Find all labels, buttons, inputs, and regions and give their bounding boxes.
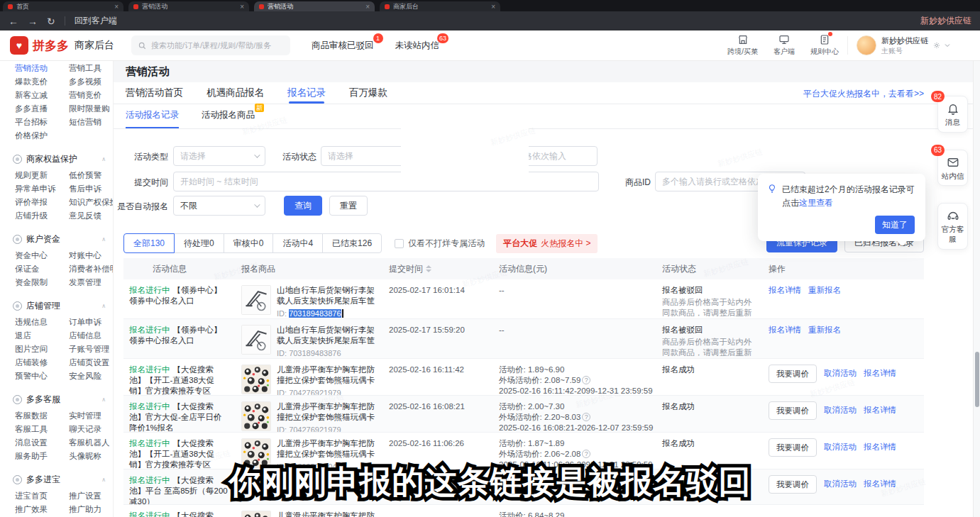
sidebar-item[interactable]: 意见反馈 bbox=[69, 209, 113, 223]
sidebar-item[interactable]: 保证金 bbox=[15, 262, 69, 276]
query-button[interactable]: 查询 bbox=[284, 196, 322, 216]
activity-status-select[interactable]: 请选择 bbox=[321, 146, 413, 166]
sidebar-item[interactable]: 对账中心 bbox=[69, 249, 113, 262]
main-tab[interactable]: 百万爆款 bbox=[349, 82, 387, 104]
header-quick-link[interactable]: 跨境/买菜 bbox=[727, 34, 758, 57]
browser-tab[interactable]: 商家后台× bbox=[380, 1, 500, 11]
main-tab[interactable]: 报名记录 bbox=[287, 82, 326, 104]
forward-icon[interactable]: → bbox=[28, 16, 38, 26]
sidebar-item[interactable]: 营销活动 bbox=[15, 62, 69, 75]
sidebar-item[interactable]: 新客立减 bbox=[15, 89, 69, 102]
sidebar-item[interactable]: 子账号管理 bbox=[69, 343, 113, 356]
search-input[interactable] bbox=[151, 41, 284, 50]
sidebar-item[interactable]: 短信营销 bbox=[69, 116, 113, 129]
product-thumbnail[interactable] bbox=[241, 325, 271, 355]
sidebar-item[interactable]: 资金中心 bbox=[15, 249, 69, 262]
chevron-down-icon[interactable] bbox=[943, 41, 952, 50]
status-filter-tab[interactable]: 活动中4 bbox=[272, 233, 323, 253]
main-tab[interactable]: 营销活动首页 bbox=[126, 82, 183, 104]
sidebar-item[interactable]: 实时管理 bbox=[69, 409, 113, 423]
sidebar-item[interactable]: 店铺装修 bbox=[15, 356, 69, 369]
action-link[interactable]: 重新报名 bbox=[808, 285, 841, 296]
main-tab[interactable]: 机遇商品报名 bbox=[207, 82, 264, 104]
reset-button[interactable]: 重置 bbox=[329, 196, 368, 216]
back-icon[interactable]: ← bbox=[9, 16, 18, 26]
sidebar-item[interactable]: 店铺页设置 bbox=[69, 356, 113, 369]
product-title[interactable]: 儿童滑步平衡车护胸车把防撞把立保护套饰熊猫玩偶卡通公仔把手装 bbox=[277, 511, 376, 517]
sidebar-item[interactable]: 客服机器人 bbox=[69, 436, 113, 450]
sidebar-item[interactable]: 推广设置 bbox=[69, 489, 113, 503]
adjust-price-button[interactable]: 我要调价 bbox=[769, 401, 817, 420]
browser-profile-label[interactable]: 新妙妙供应链 bbox=[920, 15, 971, 27]
action-link[interactable]: 取消活动 bbox=[824, 368, 857, 379]
action-link[interactable]: 报名详情 bbox=[769, 325, 801, 335]
sidebar-item[interactable]: 多多视频 bbox=[69, 75, 113, 89]
special-activity-checkbox[interactable]: 仅看不打烊专属活动 bbox=[395, 238, 485, 250]
sidebar-item[interactable]: 消息设置 bbox=[15, 436, 69, 450]
reload-icon[interactable]: ↻ bbox=[47, 16, 55, 26]
address-text[interactable]: 回到客户端 bbox=[75, 15, 117, 27]
account-info[interactable]: 新妙妙供应链 主账号 bbox=[881, 35, 928, 55]
product-thumbnail[interactable] bbox=[241, 365, 271, 394]
rail-bell-button[interactable]: 82消息 bbox=[937, 96, 968, 133]
browser-tab[interactable]: 营销活动× bbox=[254, 1, 375, 11]
sidebar-item[interactable]: 限时限量购 bbox=[69, 102, 113, 116]
status-filter-tab[interactable]: 全部130 bbox=[123, 233, 175, 253]
sidebar-item[interactable]: 退店 bbox=[15, 329, 69, 343]
product-thumbnail[interactable] bbox=[241, 401, 271, 431]
adjust-price-button[interactable]: 我要调价 bbox=[769, 438, 817, 457]
header-quick-link[interactable]: 规则中心 bbox=[810, 34, 839, 57]
action-link[interactable]: 报名详情 bbox=[864, 479, 896, 489]
sidebar-item[interactable]: 营销竞价 bbox=[69, 89, 113, 102]
rail-service-button[interactable]: 官方客服 bbox=[937, 203, 968, 249]
sidebar-item[interactable]: 图片空间 bbox=[15, 343, 69, 356]
sidebar-item[interactable]: 消费者补偿明细 bbox=[69, 262, 113, 276]
sidebar-item[interactable]: 售后申诉 bbox=[69, 182, 113, 196]
pinduoduo-logo-icon[interactable]: ♥ bbox=[10, 36, 28, 55]
sidebar-item[interactable]: 资金限制 bbox=[15, 276, 69, 289]
product-thumbnail[interactable] bbox=[241, 511, 271, 517]
sidebar-item[interactable]: 安全风险 bbox=[69, 369, 113, 383]
tab-close-icon[interactable]: × bbox=[240, 3, 244, 11]
product-title[interactable]: 儿童滑步平衡车护胸车把防撞把立保护套饰熊猫玩偶卡通公仔把手装 bbox=[277, 438, 376, 460]
action-link[interactable]: 报名详情 bbox=[769, 285, 801, 296]
sidebar-item[interactable]: 店铺信息 bbox=[69, 329, 113, 343]
action-link[interactable]: 取消活动 bbox=[824, 442, 857, 452]
help-icon[interactable]: ? bbox=[582, 413, 590, 421]
sidebar-item[interactable]: 多多直播 bbox=[15, 102, 69, 116]
sidebar-item[interactable]: 违规信息 bbox=[15, 316, 69, 329]
status-filter-tab[interactable]: 审核中0 bbox=[224, 233, 274, 253]
sidebar-section-header[interactable]: 多多客服∧ bbox=[13, 394, 106, 406]
submit-time-range-input[interactable] bbox=[173, 172, 599, 191]
sidebar-section-header[interactable]: 账户资金∧ bbox=[13, 233, 106, 245]
hot-signup-badge[interactable]: 平台大促火热报名中 > bbox=[496, 234, 598, 253]
action-link[interactable]: 取消活动 bbox=[824, 405, 857, 416]
column-header[interactable]: 提交时间 bbox=[383, 263, 493, 275]
global-search[interactable] bbox=[131, 35, 290, 55]
sidebar-section-header[interactable]: 店铺管理∧ bbox=[13, 300, 106, 312]
sidebar-item[interactable]: 服务助手 bbox=[15, 450, 69, 463]
action-link[interactable]: 报名详情 bbox=[864, 405, 896, 416]
unread-mail-link[interactable]: 未读站内信 63 bbox=[395, 40, 440, 52]
tooltip-link[interactable]: 这里查看 bbox=[799, 198, 833, 208]
action-link[interactable]: 取消活动 bbox=[824, 479, 857, 489]
product-title[interactable]: 儿童滑步平衡车护胸车把防撞把立保护套饰熊猫玩偶卡通公仔把手装 bbox=[277, 365, 376, 387]
sidebar-item[interactable]: 客服数据 bbox=[15, 409, 69, 423]
sidebar-item[interactable]: 价格保护 bbox=[15, 129, 69, 143]
product-title[interactable]: 山地自行车后货架钢行李架载人后支架快拆尾架后车筐通用骑行装备 bbox=[277, 285, 376, 307]
help-icon[interactable]: ? bbox=[582, 450, 590, 458]
page-scrollbar[interactable] bbox=[973, 31, 980, 517]
sidebar-item[interactable]: 规则更新 bbox=[15, 169, 69, 182]
activity-type-select[interactable]: 请选择 bbox=[173, 146, 265, 166]
action-link[interactable]: 重新报名 bbox=[808, 325, 841, 335]
sidebar-section-header[interactable]: 商家权益保护∧ bbox=[13, 153, 106, 165]
got-it-button[interactable]: 知道了 bbox=[875, 216, 915, 234]
auto-signup-select[interactable]: 不限 bbox=[173, 196, 265, 216]
brand-name[interactable]: 拼多多 bbox=[33, 38, 69, 54]
product-thumbnail[interactable] bbox=[241, 285, 271, 315]
avatar[interactable] bbox=[857, 35, 876, 55]
tab-close-icon[interactable]: × bbox=[365, 3, 370, 11]
sidebar-item[interactable]: 知识产权保护 bbox=[69, 196, 113, 209]
header-quick-link[interactable]: 客户端 bbox=[773, 34, 795, 57]
sidebar-item[interactable]: 订单申诉 bbox=[69, 316, 113, 329]
